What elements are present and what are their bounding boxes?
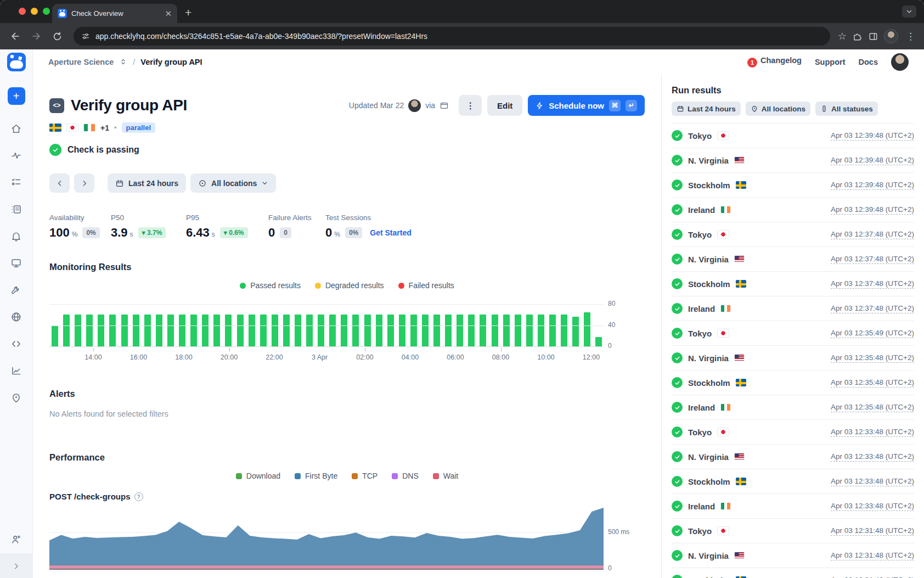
maximize-window-button[interactable] xyxy=(43,8,50,15)
run-result-row[interactable]: TokyoApr 03 12:39:48 (UTC+2) xyxy=(672,124,914,148)
result-bar[interactable] xyxy=(318,315,324,347)
run-result-row[interactable]: IrelandApr 03 12:39:48 (UTC+2) xyxy=(672,198,914,222)
sidebar-item-locations[interactable] xyxy=(10,391,22,403)
run-result-row[interactable]: StockholmApr 03 12:33:48 (UTC+2) xyxy=(672,469,914,494)
run-timestamp-link[interactable]: Apr 03 12:31:48 (UTC+2) xyxy=(831,551,914,560)
run-result-row[interactable]: TokyoApr 03 12:35:49 (UTC+2) xyxy=(672,321,914,346)
result-bar[interactable] xyxy=(98,315,104,347)
run-result-row[interactable]: StockholmApr 03 12:39:48 (UTC+2) xyxy=(672,173,914,198)
url-bar[interactable]: app.checklyhq.com/checks/3264c851-e5ae-4… xyxy=(74,27,830,46)
run-timestamp-link[interactable]: Apr 03 12:37:48 (UTC+2) xyxy=(831,255,914,264)
run-timestamp-link[interactable]: Apr 03 12:37:48 (UTC+2) xyxy=(831,304,914,313)
run-result-row[interactable]: TokyoApr 03 12:37:48 (UTC+2) xyxy=(672,222,914,247)
extensions-icon[interactable] xyxy=(852,31,863,42)
run-timestamp-link[interactable]: Apr 03 12:35:48 (UTC+2) xyxy=(831,353,914,363)
result-bar[interactable] xyxy=(341,315,347,347)
run-filter-statuses[interactable]: All statuses xyxy=(815,102,878,116)
run-timestamp-link[interactable]: Apr 03 12:35:49 (UTC+2) xyxy=(831,329,914,338)
sidebar-collapse-button[interactable] xyxy=(0,554,32,578)
result-bar[interactable] xyxy=(503,315,510,347)
side-panel-icon[interactable] xyxy=(868,31,878,42)
run-timestamp-link[interactable]: Apr 03 12:39:48 (UTC+2) xyxy=(831,181,914,190)
nav-support[interactable]: Support xyxy=(815,58,846,66)
result-bar[interactable] xyxy=(422,315,429,347)
result-bar[interactable] xyxy=(109,315,116,347)
minimize-window-button[interactable] xyxy=(31,8,38,15)
sidebar-item-alerts[interactable] xyxy=(10,230,22,242)
result-bar[interactable] xyxy=(75,315,81,347)
sidebar-item-checks[interactable] xyxy=(10,176,22,188)
run-timestamp-link[interactable]: Apr 03 12:37:48 (UTC+2) xyxy=(831,230,914,239)
run-filter-time[interactable]: Last 24 hours xyxy=(672,102,741,116)
result-bar[interactable] xyxy=(133,315,139,347)
sidebar-item-home[interactable] xyxy=(10,122,22,134)
more-options-button[interactable]: ⋮ xyxy=(459,95,482,116)
editor-avatar[interactable] xyxy=(408,99,421,112)
run-result-row[interactable]: StockholmApr 03 12:31:48 (UTC+2) xyxy=(672,568,914,578)
run-timestamp-link[interactable]: Apr 03 12:33:48 (UTC+2) xyxy=(831,502,914,511)
run-result-row[interactable]: N. VirginiaApr 03 12:39:48 (UTC+2) xyxy=(672,148,914,173)
result-bar[interactable] xyxy=(179,315,185,347)
result-bar[interactable] xyxy=(595,337,602,347)
browser-menu-icon[interactable]: ⋮ xyxy=(904,31,917,42)
sidebar-item-private-locations[interactable] xyxy=(10,311,22,323)
back-button[interactable] xyxy=(7,27,24,45)
help-icon[interactable]: ? xyxy=(134,492,143,501)
bookmark-star-icon[interactable]: ☆ xyxy=(838,30,847,42)
tab-search-button[interactable] xyxy=(902,5,916,18)
result-bar[interactable] xyxy=(156,315,162,347)
result-bar[interactable] xyxy=(306,315,313,347)
run-result-row[interactable]: StockholmApr 03 12:35:48 (UTC+2) xyxy=(672,371,914,395)
result-bar[interactable] xyxy=(202,315,209,347)
result-bar[interactable] xyxy=(584,312,590,347)
run-timestamp-link[interactable]: Apr 03 12:31:48 (UTC+2) xyxy=(831,526,914,536)
browser-tab[interactable]: Check Overview ✕ xyxy=(52,4,177,23)
result-bar[interactable] xyxy=(376,315,382,347)
run-timestamp-link[interactable]: Apr 03 12:31:48 (UTC+2) xyxy=(831,576,914,578)
result-bar[interactable] xyxy=(572,317,579,347)
run-result-row[interactable]: IrelandApr 03 12:33:48 (UTC+2) xyxy=(672,494,914,519)
close-window-button[interactable] xyxy=(19,8,26,15)
run-timestamp-link[interactable]: Apr 03 12:39:48 (UTC+2) xyxy=(831,205,914,215)
result-bar[interactable] xyxy=(399,315,405,347)
nav-docs[interactable]: Docs xyxy=(859,58,878,66)
run-result-row[interactable]: N. VirginiaApr 03 12:31:48 (UTC+2) xyxy=(672,543,914,568)
tab-close-icon[interactable]: ✕ xyxy=(165,9,172,18)
result-bar[interactable] xyxy=(213,315,220,347)
sidebar-item-maintenance[interactable] xyxy=(10,284,22,296)
run-timestamp-link[interactable]: Apr 03 12:33:48 (UTC+2) xyxy=(831,477,914,486)
result-bar[interactable] xyxy=(445,315,452,347)
result-bar[interactable] xyxy=(260,315,267,347)
org-switcher-icon[interactable] xyxy=(119,58,127,66)
run-result-row[interactable]: IrelandApr 03 12:35:48 (UTC+2) xyxy=(672,395,914,420)
result-bar[interactable] xyxy=(561,315,567,347)
result-bar[interactable] xyxy=(121,315,128,347)
sidebar-item-dashboards[interactable] xyxy=(10,257,22,269)
result-bar[interactable] xyxy=(237,315,244,347)
result-bar[interactable] xyxy=(492,315,498,347)
result-bar[interactable] xyxy=(480,315,486,347)
breadcrumb-org[interactable]: Aperture Science xyxy=(48,58,114,66)
sidebar-item-activity[interactable] xyxy=(10,149,22,161)
run-result-row[interactable]: TokyoApr 03 12:31:48 (UTC+2) xyxy=(672,519,914,543)
time-range-chip[interactable]: Last 24 hours xyxy=(108,173,186,193)
result-bar[interactable] xyxy=(468,315,475,347)
result-bar[interactable] xyxy=(352,315,359,347)
window-controls[interactable] xyxy=(19,8,50,15)
result-bar[interactable] xyxy=(329,315,336,347)
run-timestamp-link[interactable]: Apr 03 12:33:48 (UTC+2) xyxy=(831,452,914,462)
prev-period-button[interactable] xyxy=(49,173,70,193)
user-avatar[interactable] xyxy=(891,53,909,71)
sidebar-item-analytics[interactable] xyxy=(10,364,22,377)
result-bar[interactable] xyxy=(433,315,440,347)
run-result-row[interactable]: TokyoApr 03 12:33:48 (UTC+2) xyxy=(672,420,914,445)
performance-chart[interactable]: 500 ms0 xyxy=(49,508,626,570)
run-result-row[interactable]: StockholmApr 03 12:37:48 (UTC+2) xyxy=(672,272,914,296)
result-bar[interactable] xyxy=(295,315,301,347)
run-result-row[interactable]: N. VirginiaApr 03 12:35:48 (UTC+2) xyxy=(672,346,914,371)
result-bar[interactable] xyxy=(190,315,197,347)
result-bar[interactable] xyxy=(249,315,255,347)
result-bar[interactable] xyxy=(364,315,371,347)
result-bar[interactable] xyxy=(225,315,232,347)
run-timestamp-link[interactable]: Apr 03 12:37:48 (UTC+2) xyxy=(831,279,914,289)
